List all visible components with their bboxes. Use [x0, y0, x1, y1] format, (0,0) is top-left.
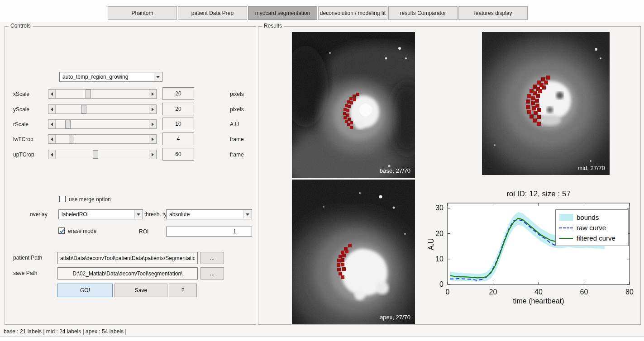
yscale-value[interactable]: 20 [162, 103, 194, 115]
rscale-value[interactable]: 10 [162, 118, 194, 130]
uptcrop-slider-thumb[interactable] [93, 150, 98, 159]
xscale-value[interactable]: 20 [162, 87, 194, 100]
chart-legend: bounds raw curve filtered curve [555, 209, 629, 246]
slider-left-arrow-icon[interactable] [48, 105, 56, 114]
roi-curve-chart: roi ID: 12, size : 57 0204060800102030 A… [426, 189, 641, 313]
svg-text:60: 60 [580, 288, 588, 296]
tab-results-comparator[interactable]: results Comparator [388, 6, 458, 20]
save-button[interactable]: Save [114, 284, 167, 297]
controls-panel-label: Controls [9, 23, 33, 29]
patient-path-input[interactable] [57, 252, 198, 264]
overlay-label: overlay [30, 211, 48, 218]
check-icon [59, 228, 65, 234]
erase-mode-label: erase mode [68, 228, 96, 234]
chart-x-axis-label: time (heartbeat) [448, 297, 630, 305]
legend-item-filtered-curve: filtered curve [559, 233, 625, 243]
yscale-label: yScale [13, 106, 29, 113]
slider-right-arrow-icon[interactable] [149, 105, 156, 114]
legend-label: raw curve [577, 224, 606, 232]
tab-bar: Phantom patient Data Prep myocard segmen… [108, 6, 528, 20]
rscale-slider-track[interactable] [56, 120, 149, 128]
svg-text:10: 10 [435, 255, 444, 263]
legend-item-bounds: bounds [559, 212, 625, 223]
thresh-type-dropdown[interactable]: absolute [166, 209, 252, 219]
tab-patient-data-prep[interactable]: patient Data Prep [178, 6, 247, 20]
yscale-slider-track[interactable] [56, 105, 149, 114]
tab-phantom[interactable]: Phantom [108, 6, 177, 20]
method-dropdown[interactable]: auto_temp_region_growing [59, 72, 162, 82]
slider-row-rscale: rScale 10 A.U [5, 119, 257, 133]
xscale-slider-track[interactable] [56, 90, 149, 98]
yscale-slider[interactable] [48, 104, 157, 114]
thresh-type-dropdown-value: absolute [169, 211, 190, 218]
roi-input[interactable] [166, 227, 252, 237]
slider-left-arrow-icon[interactable] [48, 120, 56, 128]
results-panel-label: Results [262, 23, 284, 29]
erase-mode-checkbox[interactable] [58, 227, 65, 234]
slider-right-arrow-icon[interactable] [149, 120, 156, 128]
slider-right-arrow-icon[interactable] [149, 150, 156, 159]
lwtcrop-label: lwTCrop [13, 136, 33, 142]
rscale-slider[interactable] [48, 119, 157, 129]
mri-base-image[interactable]: base, 27/70 [292, 32, 415, 178]
slider-right-arrow-icon[interactable] [149, 135, 156, 143]
xscale-unit: pixels [230, 91, 244, 97]
chevron-down-icon[interactable] [134, 210, 142, 218]
slider-left-arrow-icon[interactable] [48, 150, 56, 159]
help-button[interactable]: ? [169, 284, 197, 297]
raw-curve-swatch-icon [559, 227, 573, 228]
mid-image-caption: mid, 27/70 [577, 165, 605, 171]
save-path-input[interactable] [57, 267, 198, 279]
lwtcrop-slider-thumb[interactable] [69, 135, 74, 143]
tab-deconvolution-modeling-fit[interactable]: deconvolution / modeling fit [318, 6, 387, 20]
chevron-down-icon[interactable] [243, 210, 251, 218]
go-button[interactable]: GO! [57, 284, 113, 297]
legend-label: filtered curve [577, 234, 615, 242]
slider-right-arrow-icon[interactable] [149, 90, 156, 98]
tab-features-display[interactable]: features display [458, 6, 528, 20]
svg-text:0: 0 [446, 288, 450, 296]
apex-image-caption: apex, 27/70 [380, 314, 410, 321]
mri-apex-image[interactable]: apex, 27/70 [292, 180, 415, 324]
lwtcrop-slider[interactable] [48, 134, 157, 144]
mri-mid-image[interactable]: mid, 27/70 [482, 32, 610, 175]
chevron-down-icon[interactable] [154, 73, 162, 81]
overlay-dropdown-value: labeledROI [62, 211, 89, 218]
slider-left-arrow-icon[interactable] [48, 90, 56, 98]
chart-title: roi ID: 12, size : 57 [448, 189, 630, 199]
patient-path-browse-button[interactable]: ... [200, 252, 224, 264]
tab-myocard-segmentation[interactable]: myocard segmentation [248, 6, 317, 20]
use-merge-option-label: use merge option [69, 196, 111, 203]
svg-text:20: 20 [489, 288, 497, 296]
filtered-curve-swatch-icon [559, 238, 573, 239]
rscale-slider-thumb[interactable] [65, 120, 71, 128]
roi-label: ROI [139, 228, 148, 235]
patient-path-label: patient Path [13, 255, 42, 261]
use-merge-option-checkbox[interactable] [59, 196, 66, 202]
svg-text:20: 20 [435, 230, 444, 237]
rscale-label: rScale [13, 121, 29, 128]
uptcrop-slider-track[interactable] [56, 150, 149, 159]
slider-row-uptcrop: upTCrop 60 frame [5, 150, 257, 163]
lwtcrop-value[interactable]: 4 [162, 133, 194, 145]
save-path-browse-button[interactable]: ... [200, 267, 224, 279]
xscale-slider-thumb[interactable] [86, 90, 91, 98]
save-path-label: save Path [13, 270, 37, 276]
xscale-slider[interactable] [48, 89, 157, 99]
yscale-slider-thumb[interactable] [81, 105, 86, 114]
rscale-unit: A.U [230, 121, 239, 128]
results-panel: Results [258, 26, 641, 325]
svg-text:30: 30 [435, 204, 444, 212]
svg-text:40: 40 [534, 288, 543, 296]
slider-left-arrow-icon[interactable] [48, 135, 56, 143]
status-bar: base : 21 labels | mid : 24 labels | ape… [4, 328, 127, 335]
xscale-label: xScale [13, 91, 29, 97]
slider-row-lwtcrop: lwTCrop 4 frame [5, 134, 257, 148]
lwtcrop-slider-track[interactable] [56, 135, 149, 143]
uptcrop-unit: frame [230, 152, 244, 158]
svg-text:0: 0 [439, 280, 444, 288]
uptcrop-value[interactable]: 60 [162, 148, 194, 161]
yscale-unit: pixels [230, 106, 244, 113]
overlay-dropdown[interactable]: labeledROI [58, 209, 143, 219]
uptcrop-slider[interactable] [48, 150, 157, 159]
